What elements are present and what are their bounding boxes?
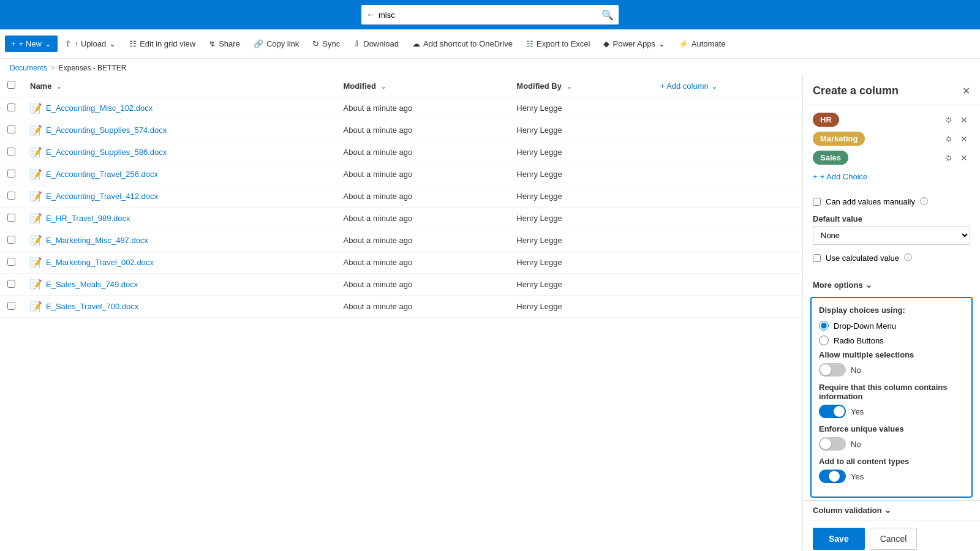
enforce-unique-value: No	[851, 440, 861, 449]
enforce-unique-toggle[interactable]	[819, 437, 846, 451]
row-checkbox[interactable]	[7, 126, 15, 133]
row-extra-cell	[653, 274, 802, 296]
sync-icon: ↻	[312, 39, 319, 48]
name-header[interactable]: Name ⌄	[23, 75, 336, 97]
save-button[interactable]: Save	[813, 528, 865, 550]
download-button[interactable]: ⇩ Download	[347, 36, 405, 52]
add-choice-button[interactable]: + + Add Choice	[813, 170, 867, 184]
dropdown-radio-label: Drop-Down Menu	[834, 321, 896, 331]
add-content-types-toggle[interactable]	[819, 470, 846, 483]
new-button[interactable]: + + New ⌄	[5, 36, 58, 52]
row-checkbox-cell	[0, 252, 23, 274]
enforce-unique-toggle-container: No	[819, 437, 964, 451]
table-row: 📝 E_Marketing_Misc_487.docx About a minu…	[0, 230, 802, 252]
file-name[interactable]: E_Accounting_Supplies_586.docx	[46, 148, 167, 157]
column-validation-button[interactable]: Column validation ⌄	[803, 500, 980, 520]
hr-settings-button[interactable]: ⛭	[942, 114, 956, 126]
automate-button[interactable]: ⚡ Automate	[673, 36, 732, 52]
row-checkbox[interactable]	[7, 192, 15, 200]
sales-remove-button[interactable]: ✕	[958, 152, 970, 164]
row-checkbox[interactable]	[7, 302, 15, 310]
hr-remove-button[interactable]: ✕	[958, 114, 970, 126]
row-modified-cell: About a minute ago	[336, 274, 510, 296]
panel-footer: Save Cancel	[803, 520, 980, 551]
use-calculated-checkbox[interactable]	[813, 254, 821, 262]
row-modified-by-cell: Henry Legge	[509, 97, 652, 119]
search-icon-button[interactable]: 🔍	[601, 9, 614, 21]
add-shortcut-button[interactable]: ☁ Add shortcut to OneDrive	[406, 36, 519, 52]
default-value-select[interactable]: None	[813, 226, 970, 245]
row-modified-cell: About a minute ago	[336, 141, 510, 163]
modified-header[interactable]: Modified ⌄	[336, 75, 510, 97]
row-extra-cell	[653, 163, 802, 186]
file-name[interactable]: E_HR_Travel_989.docx	[46, 214, 130, 223]
row-checkbox-cell	[0, 186, 23, 208]
add-content-types-value: Yes	[851, 472, 864, 481]
more-options-button[interactable]: More options ⌄	[803, 276, 980, 294]
file-name[interactable]: E_Sales_Meals_749.docx	[46, 280, 138, 289]
table-row: 📝 E_HR_Travel_989.docx About a minute ag…	[0, 208, 802, 230]
export-excel-button[interactable]: ☷ Export to Excel	[520, 36, 596, 52]
add-column-header[interactable]: + Add column ⌄	[653, 75, 802, 97]
marketing-settings-button[interactable]: ⛭	[942, 133, 956, 145]
allow-multiple-thumb	[820, 364, 831, 375]
row-checkbox[interactable]	[7, 170, 15, 178]
checkbox-header[interactable]	[0, 75, 23, 97]
file-name[interactable]: E_Accounting_Supplies_574.docx	[46, 126, 167, 135]
dropdown-radio[interactable]	[819, 321, 829, 331]
breadcrumb-parent[interactable]: Documents	[10, 64, 47, 72]
row-checkbox[interactable]	[7, 236, 15, 244]
file-name[interactable]: E_Marketing_Misc_487.docx	[46, 236, 148, 245]
file-name[interactable]: E_Accounting_Travel_412.docx	[46, 192, 158, 201]
file-name[interactable]: E_Accounting_Misc_102.docx	[46, 103, 153, 113]
file-icon: 📝	[30, 124, 42, 136]
require-info-label: Require that this column contains inform…	[819, 383, 964, 401]
new-icon: +	[11, 39, 16, 48]
marketing-remove-button[interactable]: ✕	[958, 133, 970, 145]
copy-link-button[interactable]: 🔗 Copy link	[247, 36, 305, 52]
row-checkbox[interactable]	[7, 258, 15, 266]
download-icon: ⇩	[353, 39, 360, 48]
row-checkbox[interactable]	[7, 148, 15, 156]
allow-multiple-toggle[interactable]	[819, 363, 846, 377]
dropdown-radio-row: Drop-Down Menu	[819, 321, 964, 331]
sync-button[interactable]: ↻ Sync	[306, 36, 346, 52]
powerapps-icon: ◆	[603, 39, 609, 48]
column-validation-label: Column validation	[813, 506, 882, 515]
row-modified-cell: About a minute ago	[336, 119, 510, 141]
use-calculated-info-icon: ⓘ	[904, 252, 912, 263]
row-modified-cell: About a minute ago	[336, 163, 510, 186]
search-bar[interactable]: ← 🔍	[361, 5, 619, 24]
add-choice-icon: +	[813, 172, 818, 181]
select-all-checkbox[interactable]	[7, 81, 15, 89]
file-name[interactable]: E_Accounting_Travel_256.docx	[46, 170, 158, 179]
row-checkbox[interactable]	[7, 214, 15, 222]
name-sort-icon: ⌄	[56, 83, 61, 90]
modified-by-header[interactable]: Modified By ⌄	[509, 75, 652, 97]
row-checkbox[interactable]	[7, 280, 15, 288]
row-modified-by-cell: Henry Legge	[509, 186, 652, 208]
back-button[interactable]: ←	[366, 9, 376, 20]
allow-multiple-value: No	[851, 365, 861, 375]
file-name[interactable]: E_Sales_Travel_700.docx	[46, 302, 138, 311]
can-add-values-checkbox[interactable]	[813, 198, 821, 206]
edit-grid-button[interactable]: ☷ Edit in grid view	[123, 36, 202, 52]
row-checkbox[interactable]	[7, 103, 15, 111]
upload-button[interactable]: ⇧ ↑ Upload ⌄	[59, 36, 122, 52]
add-column-button[interactable]: + Add column ⌄	[660, 81, 718, 91]
radio-buttons-radio[interactable]	[819, 335, 829, 345]
row-extra-cell	[653, 252, 802, 274]
require-info-thumb	[834, 406, 845, 417]
file-name[interactable]: E_Marketing_Travel_002.docx	[46, 258, 154, 267]
search-input[interactable]	[379, 10, 601, 20]
expanded-options-box: Display choices using: Drop-Down Menu Ra…	[810, 297, 973, 498]
require-info-toggle[interactable]	[819, 405, 846, 418]
more-options-chevron-icon: ⌄	[865, 280, 872, 290]
cancel-button[interactable]: Cancel	[870, 528, 918, 550]
panel-close-button[interactable]: ✕	[962, 85, 970, 97]
add-content-types-section: Add to all content types Yes	[819, 457, 964, 483]
share-button[interactable]: ↯ Share	[203, 36, 246, 52]
power-apps-button[interactable]: ◆ Power Apps ⌄	[597, 36, 671, 52]
sales-settings-button[interactable]: ⛭	[942, 152, 956, 164]
link-icon: 🔗	[254, 39, 263, 48]
